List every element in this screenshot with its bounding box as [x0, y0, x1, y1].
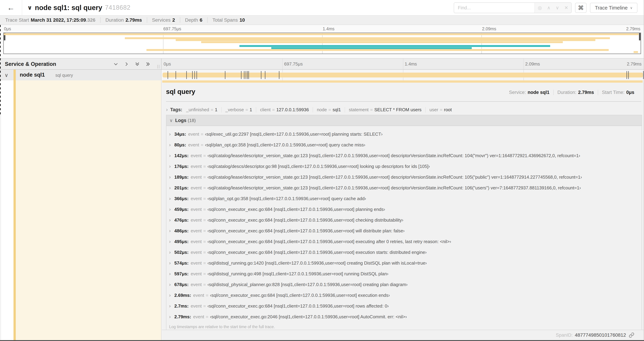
service-operation-title: Service & Operation: [5, 61, 56, 67]
log-marker-tick[interactable]: [196, 71, 197, 79]
log-equals: =: [203, 217, 206, 223]
stat-value-suffix: .326: [86, 17, 96, 23]
log-row[interactable]: ›495μs:event=‹sql/conn_executor_exec.go:…: [166, 236, 642, 247]
log-timestamp: 366μs:: [174, 196, 188, 201]
log-field-key: event: [190, 271, 202, 276]
focus-target-icon[interactable]: ◎: [538, 6, 542, 10]
tag-key: _verbose: [226, 107, 244, 112]
log-row[interactable]: ›142μs:event=‹sql/catalog/lease/descript…: [166, 150, 642, 161]
log-marker-tick[interactable]: [186, 71, 187, 79]
log-timestamp: 459μs:: [174, 207, 188, 212]
log-marker-tick[interactable]: [244, 71, 244, 79]
log-marker-tick[interactable]: [279, 71, 280, 79]
chevron-right-icon: ›: [169, 142, 174, 148]
column-resize-grip[interactable]: ||: [157, 64, 160, 69]
log-row[interactable]: ›34μs:event=‹sql/exec_util.go:2297 [nsql…: [166, 129, 642, 140]
log-field-key: event: [190, 282, 202, 287]
find-next-icon[interactable]: ∨: [556, 6, 559, 10]
log-equals: =: [201, 132, 204, 137]
window-bottom-edge: [0, 340, 644, 341]
expand-one-icon[interactable]: [124, 61, 129, 67]
log-equals: =: [201, 142, 204, 148]
back-button[interactable]: ←: [0, 0, 22, 15]
top-bar: ← ∨ node sql1: sql query 7418682 ◎ ∧ ∨ ✕…: [0, 0, 644, 16]
log-row[interactable]: ›176μs:event=‹sql/catalog/descs/descript…: [166, 161, 642, 172]
log-marker-tick[interactable]: [225, 71, 226, 79]
tags-accordion[interactable]: › Tags: _unfinished=1_verbose=1client=12…: [166, 107, 641, 112]
span-collapse-chevron-icon[interactable]: ∨: [4, 72, 8, 78]
log-row[interactable]: ›502μs:event=‹sql/conn_executor_exec.go:…: [166, 247, 642, 258]
trace-stat-item: Duration2.79ms: [100, 17, 142, 23]
tag-item: node=sql1: [313, 107, 341, 112]
tag-item: _unfinished=1: [186, 107, 218, 112]
collapse-all-icon[interactable]: [134, 61, 140, 67]
log-marker-tick[interactable]: [261, 71, 262, 79]
tag-value: 127.0.0.1:59936: [276, 107, 309, 112]
log-row[interactable]: ›201μs:event=‹sql/catalog/lease/descript…: [166, 182, 642, 193]
detail-header: sql query Service:node sql1Duration:2.79…: [166, 88, 634, 96]
log-row[interactable]: ›574μs:event=‹sql/distsql_running.go:142…: [166, 258, 642, 268]
chevron-right-icon: ›: [169, 164, 174, 169]
log-row[interactable]: ›80μs:event=‹sql/plan_opt.go:358 [nsql1,…: [166, 140, 642, 150]
log-marker-tick[interactable]: [247, 71, 248, 79]
log-timestamp: 142μs:: [174, 153, 188, 158]
log-equals: =: [203, 164, 206, 169]
find-tools: ◎ ∧ ∨ ✕: [534, 3, 572, 13]
view-selector-button[interactable]: Trace Timeline ∨: [590, 3, 638, 13]
chevron-right-icon: ›: [169, 314, 174, 319]
span-row-name-cell[interactable]: ∨ node sql1 sql query: [0, 70, 162, 80]
log-marker-tick[interactable]: [241, 71, 242, 79]
span-duration-bar[interactable]: [162, 73, 643, 78]
log-marker-tick[interactable]: [246, 71, 246, 79]
tag-value: root: [444, 107, 452, 112]
span-row-timeline-cell[interactable]: [162, 70, 644, 80]
log-marker-tick[interactable]: [176, 71, 176, 79]
timeline-tick-label: 2.09ms: [524, 61, 540, 67]
log-marker-tick[interactable]: [168, 71, 168, 79]
span-row: ∨ node sql1 sql query: [0, 70, 644, 80]
log-equals: =: [203, 271, 206, 276]
log-field-value: ‹sql/conn_executor_exec.go:2046 [nsql1,c…: [210, 314, 407, 319]
trace-stat-item: Total Spans10: [207, 17, 245, 23]
expand-all-icon[interactable]: [145, 61, 151, 67]
log-marker-tick[interactable]: [265, 71, 266, 79]
stat-label: Trace Start: [5, 17, 29, 23]
find-clear-icon[interactable]: ✕: [564, 6, 568, 10]
trace-minimap: 0μs697.75μs1.4ms2.09ms2.79ms: [0, 25, 644, 58]
chevron-down-icon: ∨: [630, 6, 632, 10]
chevron-right-icon: ›: [169, 132, 174, 137]
minimap-canvas[interactable]: [3, 33, 641, 54]
find-prev-icon[interactable]: ∧: [547, 6, 550, 10]
log-row[interactable]: ›597μs:event=‹sql/distsql_running.go:498…: [166, 268, 642, 279]
log-field-value: ‹sql/catalog/lease/descriptor_version_st…: [208, 153, 580, 158]
keyboard-shortcuts-button[interactable]: ⌘: [575, 3, 586, 13]
span-detail-row: sql query Service:node sql1Duration:2.79…: [0, 80, 644, 341]
log-marker-tick[interactable]: [194, 71, 195, 79]
timeline-tick-label: 697.75μs: [282, 61, 303, 67]
viewport-right-handle[interactable]: [639, 33, 640, 40]
log-timestamp: 189μs:: [174, 174, 188, 180]
log-row[interactable]: ›459μs:event=‹sql/conn_executor_exec.go:…: [166, 204, 642, 215]
log-marker-tick[interactable]: [628, 71, 629, 79]
trace-collapse-chevron-icon[interactable]: ∨: [27, 4, 32, 11]
log-field-value: ‹sql/catalog/lease/descriptor_version_st…: [208, 174, 582, 180]
log-row[interactable]: ›189μs:event=‹sql/catalog/lease/descript…: [166, 172, 642, 182]
logs-header[interactable]: ∨ Logs (18): [166, 115, 642, 126]
tag-equals: =: [211, 107, 213, 112]
log-marker-tick[interactable]: [192, 71, 193, 79]
find-input[interactable]: [454, 3, 534, 13]
tag-key: _unfinished: [186, 107, 209, 112]
log-row[interactable]: ›476μs:event=‹sql/conn_executor_exec.go:…: [166, 215, 642, 225]
collapse-one-icon[interactable]: [113, 61, 118, 67]
log-row[interactable]: ›2.69ms:event=‹sql/conn_executor_exec.go…: [166, 290, 642, 301]
log-marker-tick[interactable]: [626, 71, 627, 79]
log-row[interactable]: ›2.79ms:event=‹sql/conn_executor_exec.go…: [166, 311, 642, 322]
log-marker-tick[interactable]: [248, 71, 249, 79]
minimap-span-bar: [4, 33, 639, 35]
log-row[interactable]: ›486μs:event=‹sql/conn_executor_exec.go:…: [166, 225, 642, 236]
detail-divider: [166, 101, 641, 102]
log-row[interactable]: ›366μs:event=‹sql/plan_opt.go:358 [nsql1…: [166, 193, 642, 204]
deep-link-icon[interactable]: [629, 332, 634, 338]
log-row[interactable]: ›2.7ms:event=‹sql/conn_executor_exec.go:…: [166, 301, 642, 311]
log-row[interactable]: ›678μs:event=‹sql/distsql_physical_plann…: [166, 279, 642, 290]
